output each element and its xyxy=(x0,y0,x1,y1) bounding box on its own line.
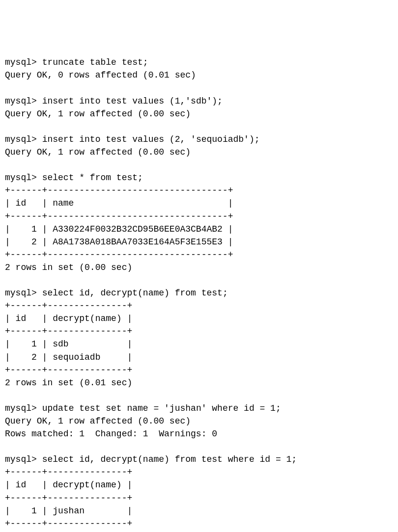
prompt: mysql> xyxy=(5,57,37,67)
table-row: | 1 | jushan | xyxy=(5,506,132,516)
sql-command: select id, decrypt(name) from test; xyxy=(42,288,228,298)
sql-command: insert into test values (1,'sdb'); xyxy=(42,96,223,106)
table-row: | 1 | A330224F0032B32CD95B6EE0A3CB4AB2 | xyxy=(5,224,233,234)
terminal-output: mysql> truncate table test; Query OK, 0 … xyxy=(5,56,393,532)
table-row: | 2 | A8A1738A018BAA7033E164A5F3E155E3 | xyxy=(5,237,233,247)
sql-command: insert into test values (2, 'sequoiadb')… xyxy=(42,134,260,144)
table-border: +------+---------------+ xyxy=(5,467,132,477)
table-border: +------+--------------------------------… xyxy=(5,186,233,195)
prompt: mysql> xyxy=(5,403,37,413)
sql-command: select id, decrypt(name) from test where… xyxy=(42,454,297,464)
table-header: | id | decrypt(name) | xyxy=(5,480,132,490)
query-response: Query OK, 1 row affected (0.00 sec) xyxy=(5,147,191,157)
result-footer: 2 rows in set (0.00 sec) xyxy=(5,263,132,272)
table-row: | 2 | sequoiadb | xyxy=(5,352,132,362)
prompt: mysql> xyxy=(5,173,37,183)
query-response: Query OK, 0 rows affected (0.01 sec) xyxy=(5,70,196,80)
prompt: mysql> xyxy=(5,454,37,464)
result-footer: 2 rows in set (0.01 sec) xyxy=(5,378,132,388)
table-border: +------+---------------+ xyxy=(5,365,132,375)
prompt: mysql> xyxy=(5,96,37,106)
query-response: Query OK, 1 row affected (0.00 sec) Rows… xyxy=(5,416,217,439)
table-header: | id | decrypt(name) | xyxy=(5,314,132,323)
table-border: +------+---------------+ xyxy=(5,493,132,503)
table-border: +------+---------------+ xyxy=(5,326,132,336)
table-border: +------+--------------------------------… xyxy=(5,250,233,260)
table-border: +------+---------------+ xyxy=(5,519,132,529)
table-header: | id | name | xyxy=(5,198,233,208)
prompt: mysql> xyxy=(5,134,37,144)
sql-command: truncate table test; xyxy=(42,57,148,67)
query-response: Query OK, 1 row affected (0.00 sec) xyxy=(5,109,191,119)
table-border: +------+---------------+ xyxy=(5,301,132,311)
sql-command: update test set name = 'jushan' where id… xyxy=(42,403,281,413)
table-border: +------+--------------------------------… xyxy=(5,212,233,221)
table-row: | 1 | sdb | xyxy=(5,339,132,349)
prompt: mysql> xyxy=(5,288,37,298)
sql-command: select * from test; xyxy=(42,173,143,183)
